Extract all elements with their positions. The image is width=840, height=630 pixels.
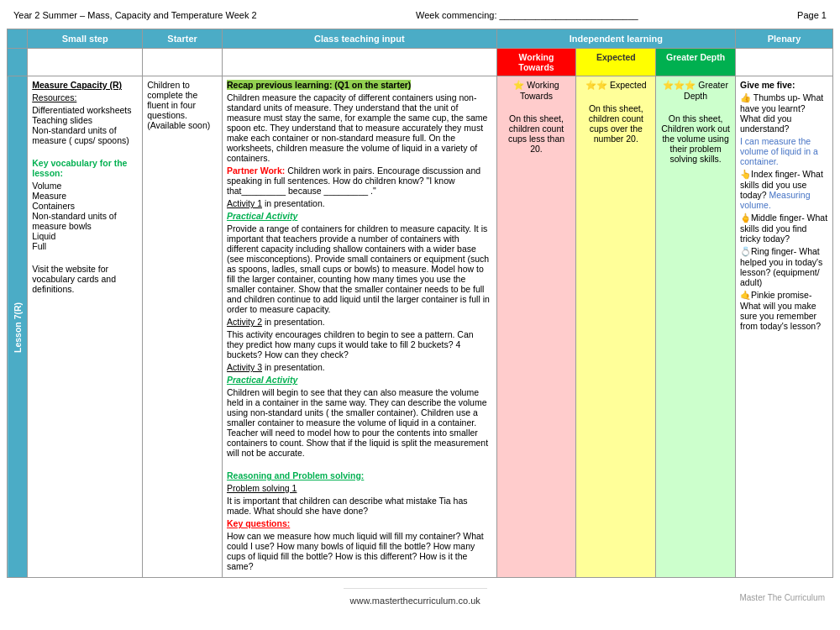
page-number: Page 1 — [797, 10, 827, 20]
plenary-thumbs: 👍 Thumbs up- What have you learnt? What … — [740, 92, 828, 134]
practical1-text: Provide a range of containers for childr… — [227, 223, 492, 314]
practical1-label: Practical Activity — [227, 211, 297, 221]
page-title: Year 2 Summer – Mass, Capacity and Tempe… — [13, 10, 257, 20]
key-questions-label: Key questions: — [227, 518, 290, 528]
col-header-independent: Independent learning — [496, 29, 735, 49]
practical2-text: Children will begin to see that they can… — [227, 387, 492, 458]
plenary-pinkie: 🤙Pinkie promise- What will you make sure… — [740, 290, 828, 331]
footer-brand: Master The Curriculum — [739, 593, 825, 602]
col-header-plenary: Plenary — [736, 29, 833, 49]
working-towards-title: Working Towards — [520, 80, 559, 101]
small-step-cell: Measure Capacity (R) Resources: Differen… — [28, 76, 143, 578]
footer-website: www.masterthecurriculum.co.uk — [350, 596, 480, 606]
website-note: Visit the website for vocabulary cards a… — [32, 264, 138, 294]
plenary-ring: 💍Ring finger- What helped you in today's… — [740, 246, 828, 287]
greater-depth-text: On this sheet, Children work out the vol… — [660, 113, 731, 164]
expected-text: On this sheet, children count cups over … — [580, 103, 651, 144]
col-header-expected: Expected — [576, 49, 656, 76]
resources-label: Resources: — [32, 92, 76, 102]
key-vocab-label: Key vocabulary for the lesson: — [32, 158, 127, 178]
activity1-suffix: in presentation. — [262, 198, 325, 208]
activity1-label: Activity 1 — [227, 198, 262, 208]
starter-cell: Children to complete the fluent in four … — [143, 76, 223, 578]
plenary-middle: 🖕Middle finger- What skills did you find… — [740, 213, 828, 244]
working-towards-text: On this sheet, children count cups less … — [501, 113, 572, 154]
working-towards-cell: ⭐ Working Towards On this sheet, childre… — [496, 76, 576, 578]
activity2-suffix: in presentation. — [262, 317, 325, 327]
teaching-para1: Children measure the capacity of differe… — [227, 92, 492, 163]
problem-solving-label: Problem solving 1 — [227, 483, 297, 493]
practical2-label: Practical Activity — [227, 375, 297, 385]
working-towards-icon: ⭐ — [513, 80, 524, 90]
week-commencing: Week commencing: _______________________… — [416, 10, 638, 20]
activity3-label: Activity 3 — [227, 362, 262, 372]
plenary-can-measure: I can measure the volume of liquid in a … — [740, 136, 818, 166]
plenary-index: 👆Index finger- What skills did you use t… — [740, 169, 828, 210]
expected-cell: ⭐⭐ Expected On this sheet, children coun… — [576, 76, 656, 578]
col-header-working-towards: Working Towards — [496, 49, 576, 76]
activity2-label: Activity 2 — [227, 317, 262, 327]
recap-label: Recap previous learning: (Q1 on the star… — [227, 80, 411, 90]
partner-work-label: Partner Work: — [227, 165, 285, 176]
small-step-title: Measure Capacity (R) — [32, 80, 122, 90]
starter-text: Children to complete the fluent in four … — [147, 80, 218, 130]
vocab-list: VolumeMeasureContainersNon-standard unit… — [32, 181, 138, 251]
col-header-class-teaching: Class teaching input — [222, 29, 496, 49]
plenary-cell: Give me five: 👍 Thumbs up- What have you… — [736, 76, 833, 578]
key-questions-text: How can we measure how much liquid will … — [227, 531, 492, 571]
col-header-small-step: Small step — [28, 29, 143, 49]
col-header-starter: Starter — [143, 29, 223, 49]
problem-solving-text: It is important that children can descri… — [227, 496, 492, 516]
expected-icon: ⭐⭐ — [585, 80, 607, 90]
activity3-suffix: in presentation. — [262, 362, 325, 372]
reasoning-label: Reasoning and Problem solving: — [227, 470, 364, 480]
greater-depth-cell: ⭐⭐⭐ Greater Depth On this sheet, Childre… — [656, 76, 736, 578]
activity2-text: This activity encourages children to beg… — [227, 329, 492, 360]
expected-title: Expected — [610, 80, 647, 90]
col-header-greater-depth: Greater Depth — [656, 49, 736, 76]
lesson-label-header — [8, 29, 28, 49]
greater-depth-icon: ⭐⭐⭐ — [663, 80, 696, 90]
give-five-label: Give me five: — [740, 80, 795, 90]
class-teaching-cell: Recap previous learning: (Q1 on the star… — [222, 76, 496, 578]
lesson-label: Lesson 7(R) — [8, 76, 28, 578]
resources-list: Differentiated worksheetsTeaching slides… — [32, 105, 138, 145]
